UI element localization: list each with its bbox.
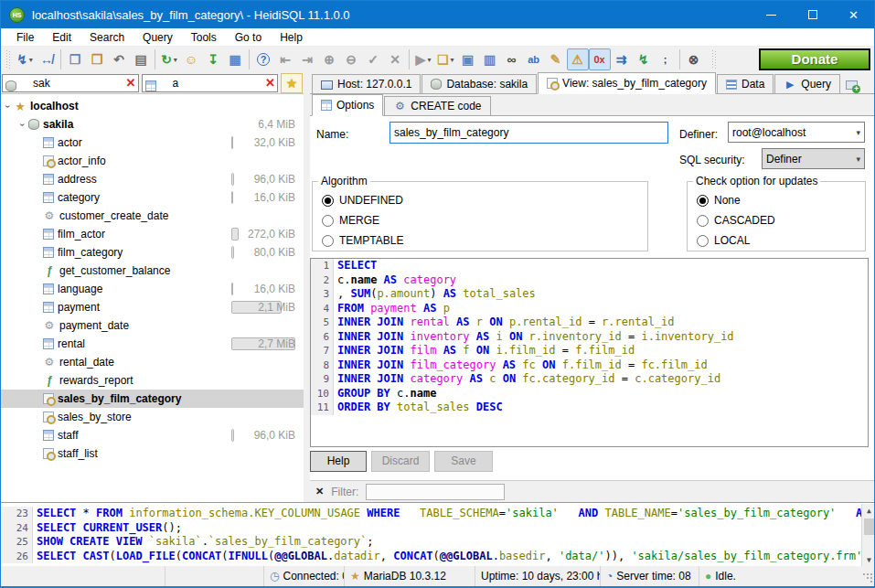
copy-icon[interactable]: ❐ xyxy=(64,48,86,70)
bind-params-icon[interactable]: ⇉ xyxy=(611,48,633,70)
tree-item-localhost[interactable]: ›★localhost xyxy=(1,97,304,115)
tab-new-query[interactable] xyxy=(841,74,862,93)
view-name-input[interactable] xyxy=(389,122,668,144)
tree-item-get_customer_balance[interactable]: ƒget_customer_balance xyxy=(1,262,304,280)
toolbar-grip-2[interactable] xyxy=(712,50,717,69)
algorithm-radio-temptable[interactable]: TEMPTABLE xyxy=(322,233,647,248)
close-button[interactable]: ✕ xyxy=(833,1,874,28)
tree-item-film_category[interactable]: film_category80,0 KiB xyxy=(1,243,304,262)
tree-item-sakila[interactable]: ›sakila6,4 MiB xyxy=(1,115,304,134)
chevron-down-icon[interactable]: ▾ xyxy=(451,56,454,64)
tree-item-film_actor[interactable]: film_actor272,0 KiB xyxy=(1,225,304,243)
tab-view-sales-by-film-category[interactable]: View: sales_by_film_category xyxy=(538,72,716,94)
tree-item-language[interactable]: language16,0 KiB xyxy=(1,280,304,298)
close-filter-icon[interactable]: ✕ xyxy=(315,486,324,497)
tree-item-payment_date[interactable]: ⚙payment_date xyxy=(1,316,304,335)
tree-item-rewards_report[interactable]: ƒrewards_report xyxy=(1,371,304,390)
find-icon[interactable]: ∞ xyxy=(501,48,523,70)
tree-item-customer_create_date[interactable]: ⚙customer_create_date xyxy=(1,207,304,225)
warnings-toggle-icon[interactable]: ⚠ xyxy=(567,48,589,70)
tree-item-staff_list[interactable]: staff_list xyxy=(1,444,304,463)
disconnect-icon[interactable]: ↮ xyxy=(36,48,58,70)
tree-item-category[interactable]: category16,0 KiB xyxy=(1,188,304,207)
algorithm-radio-merge[interactable]: MERGE xyxy=(322,213,647,228)
chevron-down-icon[interactable]: ▾ xyxy=(29,56,33,64)
menu-item-help[interactable]: Help xyxy=(272,29,311,46)
tab-query[interactable]: ▶Query xyxy=(774,74,840,93)
help-button[interactable]: Help xyxy=(310,451,367,472)
check-option-radio-local[interactable]: LOCAL xyxy=(697,233,865,248)
algorithm-radio-undefined[interactable]: UNDEFINED xyxy=(322,193,647,208)
scroll-thumb[interactable] xyxy=(864,519,874,535)
tab-data[interactable]: Data xyxy=(717,74,774,93)
last-row-icon[interactable]: ⇥ xyxy=(296,48,318,70)
scroll-down-icon[interactable]: ▼ xyxy=(862,553,875,566)
save-file-as-icon[interactable]: ▥ xyxy=(479,48,501,70)
menu-item-file[interactable]: File xyxy=(8,29,42,46)
definer-combobox[interactable]: root@localhost ▾ xyxy=(728,122,865,143)
stop-icon[interactable]: ⊗ xyxy=(683,48,705,70)
database-filter-input[interactable] xyxy=(14,77,138,90)
tree-item-rental_date[interactable]: ⚙rental_date xyxy=(1,353,304,371)
save-file-icon[interactable]: ▣ xyxy=(457,48,479,70)
toolbar-grip[interactable] xyxy=(6,50,11,69)
revert-changes-icon[interactable]: ✕ xyxy=(384,48,406,70)
first-row-icon[interactable]: ⇤ xyxy=(274,48,296,70)
clear-database-filter-icon[interactable]: ✕ xyxy=(126,76,136,90)
tree-item-sales_by_film_category[interactable]: sales_by_film_category xyxy=(1,390,304,408)
chevron-down-icon[interactable]: ▾ xyxy=(174,56,177,64)
insert-row-icon[interactable]: ⊕ xyxy=(318,48,340,70)
delete-row-icon[interactable]: ⊖ xyxy=(340,48,362,70)
filter-input[interactable] xyxy=(366,484,505,500)
donate-button[interactable]: Donate xyxy=(759,48,870,70)
collapse-icon[interactable]: › xyxy=(3,102,13,111)
minimize-button[interactable] xyxy=(751,1,792,28)
tree-item-payment[interactable]: payment2,1 MiB xyxy=(1,298,304,316)
export-database-icon[interactable]: ↧ xyxy=(202,48,224,70)
run-query-icon[interactable]: ▶▾ xyxy=(412,48,434,70)
tree-item-rental[interactable]: rental2,7 MiB xyxy=(1,335,304,353)
tree-item-sales_by_store[interactable]: sales_by_store xyxy=(1,408,304,426)
tree-item-actor_info[interactable]: actor_info xyxy=(1,152,304,170)
check-option-radio-cascaded[interactable]: CASCADED xyxy=(697,213,865,228)
undo-icon[interactable]: ↶ xyxy=(108,48,130,70)
tab-database-sakila[interactable]: Database: sakila xyxy=(421,74,537,93)
subtab-options[interactable]: Options xyxy=(312,94,383,116)
post-changes-icon[interactable]: ✓ xyxy=(362,48,384,70)
collapse-icon[interactable]: › xyxy=(17,120,27,129)
open-file-icon[interactable]: ❏▾ xyxy=(434,48,457,70)
view-sql-editor[interactable]: 1SELECT2c.name AS category3, SUM(p.amoun… xyxy=(310,258,869,447)
table-filter-input[interactable] xyxy=(154,77,278,90)
user-manager-icon[interactable]: ☺ xyxy=(180,48,202,70)
reconnect-icon[interactable]: ↯ xyxy=(633,48,655,70)
help-icon[interactable]: ? xyxy=(252,48,274,70)
clear-table-filter-icon[interactable]: ✕ xyxy=(265,76,275,90)
format-code-icon[interactable]: ✎ xyxy=(545,48,567,70)
sql-security-combobox[interactable]: Definer ▾ xyxy=(762,148,865,169)
maximize-button[interactable] xyxy=(792,1,833,28)
sql-log-panel[interactable]: 23SELECT * FROM information_schema.KEY_C… xyxy=(1,502,875,566)
find-replace-icon[interactable]: ab xyxy=(523,48,545,70)
print-icon[interactable]: ▤ xyxy=(130,48,152,70)
menu-item-edit[interactable]: Edit xyxy=(44,29,80,46)
menu-item-search[interactable]: Search xyxy=(81,29,133,46)
tree-item-staff[interactable]: staff96,0 KiB xyxy=(1,426,304,444)
resize-grip[interactable] xyxy=(862,572,873,583)
paste-icon[interactable]: ❒ xyxy=(86,48,108,70)
single-queries-icon[interactable]: ; xyxy=(655,48,677,70)
subtab-create-code[interactable]: ⚙CREATE code xyxy=(384,96,490,115)
tree-item-address[interactable]: address96,0 KiB xyxy=(1,170,304,188)
tree-item-actor[interactable]: actor32,0 KiB xyxy=(1,134,304,152)
tab-host-127-0-0-1[interactable]: Host: 127.0.0.1 xyxy=(312,74,421,93)
hex-toggle-icon[interactable]: 0x xyxy=(589,48,611,70)
session-manager-icon[interactable]: ↯▾ xyxy=(14,48,36,70)
menu-item-query[interactable]: Query xyxy=(134,29,181,46)
menu-item-tools[interactable]: Tools xyxy=(183,29,225,46)
chevron-down-icon[interactable]: ▾ xyxy=(427,56,431,64)
panel-splitter[interactable] xyxy=(304,72,310,502)
menu-item-go-to[interactable]: Go to xyxy=(227,29,270,46)
check-option-radio-none[interactable]: None xyxy=(697,193,865,208)
favorites-star-icon[interactable]: ★ xyxy=(281,73,303,93)
log-scrollbar[interactable]: ▲ ▼ xyxy=(861,504,875,566)
refresh-icon[interactable]: ↻▾ xyxy=(158,48,180,70)
